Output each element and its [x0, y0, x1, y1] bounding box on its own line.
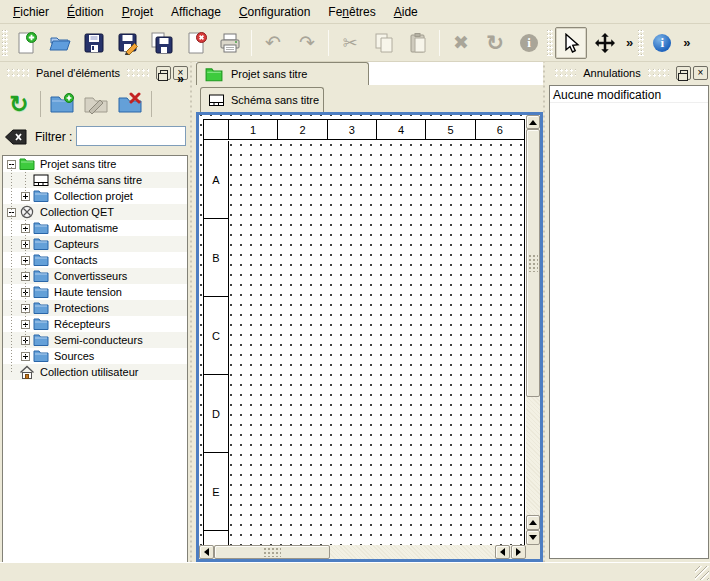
info-icon: i [520, 34, 538, 52]
tree-item-schema-sans-titre[interactable]: Schéma sans titre [3, 172, 187, 188]
undo-history-list: Aucune modification [549, 85, 709, 559]
tree-item-capteurs[interactable]: Capteurs [3, 236, 187, 252]
scroll-left-button[interactable] [495, 545, 510, 559]
scroll-up-button[interactable] [526, 515, 540, 530]
close-panel-button[interactable]: × [693, 66, 708, 80]
redo-button[interactable]: ↷ [291, 27, 323, 59]
close-file-button[interactable] [180, 27, 212, 59]
toolbar-drag-handle[interactable] [638, 30, 644, 56]
row-header: A [204, 141, 228, 219]
pointer-icon [561, 33, 581, 53]
panel-toolbar-overflow-button[interactable]: » [177, 72, 184, 86]
delete-category-button[interactable] [114, 88, 146, 120]
folder-icon [33, 301, 49, 315]
toolbar-overflow-button[interactable]: » [623, 35, 636, 50]
menu-fenetres[interactable]: Fenêtres [319, 2, 384, 22]
tree-item-haute-tension[interactable]: Haute tension [3, 284, 187, 300]
tree-item-collection-projet[interactable]: Collection projet [3, 188, 187, 204]
tree-item-automatisme[interactable]: Automatisme [3, 220, 187, 236]
row-headers: A B C D E [204, 141, 229, 545]
tree-item-collection-qet[interactable]: Collection QET [3, 204, 187, 220]
undo-list-item[interactable]: Aucune modification [550, 86, 708, 103]
menu-fichier[interactable]: Fichier [4, 2, 58, 22]
filter-label: Filtrer : [35, 130, 72, 144]
scroll-left-button[interactable] [199, 545, 214, 559]
tree-item-projet-sans-titre[interactable]: Projet sans titre [3, 156, 187, 172]
menu-projet[interactable]: Projet [113, 2, 162, 22]
print-icon [218, 31, 242, 55]
save-as-button[interactable] [112, 27, 144, 59]
splitter-left[interactable] [190, 62, 195, 562]
about-button[interactable]: i [646, 27, 678, 59]
tab-projet-sans-titre[interactable]: Projet sans titre [196, 62, 369, 85]
vertical-scrollbar[interactable] [526, 115, 540, 545]
workspace: Projet sans titre Schéma sans titre 1 2 … [196, 62, 543, 562]
toolbar-drag-handle[interactable] [2, 30, 8, 56]
folder-icon [33, 221, 49, 235]
paste-button[interactable] [402, 27, 434, 59]
save-icon [82, 31, 106, 55]
copy-button[interactable] [368, 27, 400, 59]
toolbar-overflow-button[interactable]: » [680, 35, 693, 50]
elements-panel-titlebar[interactable]: Panel d'éléments × [0, 62, 190, 84]
folder-icon [33, 253, 49, 267]
open-button[interactable] [44, 27, 76, 59]
save-all-button[interactable] [146, 27, 178, 59]
diagram-view: 1 2 3 4 5 6 A B C D E [196, 112, 543, 562]
qet-collection-icon [19, 205, 35, 219]
tree-item-collection-utilisateur[interactable]: Collection utilisateur [3, 364, 187, 380]
toolbar-separator [328, 30, 329, 56]
row-header: D [204, 375, 228, 453]
menu-affichage[interactable]: Affichage [162, 2, 230, 22]
main-toolbar: ↶ ↷ ✂ ✖ ↻ i » [0, 24, 710, 62]
row-header: B [204, 219, 228, 297]
undo-button[interactable]: ↶ [257, 27, 289, 59]
tree-item-sources[interactable]: Sources [3, 348, 187, 364]
move-mode-button[interactable] [589, 27, 621, 59]
folder-icon [33, 317, 49, 331]
new-category-button[interactable] [46, 88, 78, 120]
edit-folder-icon [83, 92, 109, 116]
edit-category-button[interactable] [80, 88, 112, 120]
project-tab-bar: Projet sans titre [196, 62, 543, 85]
filter-input[interactable] [76, 126, 186, 146]
menu-edition[interactable]: Édition [58, 2, 113, 22]
folder-icon [33, 285, 49, 299]
scroll-up-button[interactable] [526, 115, 540, 129]
tree-item-contacts[interactable]: Contacts [3, 252, 187, 268]
column-header: 5 [426, 120, 475, 139]
menu-configuration[interactable]: Configuration [230, 2, 319, 22]
save-button[interactable] [78, 27, 110, 59]
menu-aide[interactable]: Aide [385, 2, 427, 22]
tree-item-semi-conducteurs[interactable]: Semi-conducteurs [3, 332, 187, 348]
print-button[interactable] [214, 27, 246, 59]
selection-mode-button[interactable] [555, 27, 587, 59]
float-panel-button[interactable] [676, 66, 691, 80]
tree-item-convertisseurs[interactable]: Convertisseurs [3, 268, 187, 284]
horizontal-scrollbar[interactable] [199, 545, 526, 559]
element-infos-button[interactable]: i [513, 27, 545, 59]
float-panel-button[interactable] [156, 66, 171, 80]
rotate-button[interactable]: ↻ [479, 27, 511, 59]
vertical-scroll-thumb[interactable] [526, 129, 540, 397]
tree-item-recepteurs[interactable]: Récepteurs [3, 316, 187, 332]
clear-filter-button[interactable] [4, 128, 27, 146]
row-header: E [204, 453, 228, 531]
window-resize-grip[interactable] [695, 566, 709, 580]
folder-icon [33, 333, 49, 347]
float-icon [160, 70, 168, 77]
new-document-button[interactable] [10, 27, 42, 59]
cut-button[interactable]: ✂ [334, 27, 366, 59]
tree-item-protections[interactable]: Protections [3, 300, 187, 316]
diagram-canvas[interactable]: 1 2 3 4 5 6 A B C D E [199, 115, 540, 559]
tab-schema-sans-titre[interactable]: Schéma sans titre [200, 87, 324, 112]
delete-button[interactable]: ✖ [445, 27, 477, 59]
horizontal-scroll-thumb[interactable] [214, 545, 330, 559]
scroll-down-button[interactable] [526, 530, 540, 545]
toolbar-drag-handle[interactable] [547, 30, 553, 56]
undo-panel-titlebar[interactable]: Annulations × [548, 62, 710, 84]
undo-panel: Annulations × Aucune modification [548, 62, 710, 562]
scroll-right-button[interactable] [511, 545, 526, 559]
reload-collections-button[interactable]: ↻ [3, 88, 35, 120]
filter-row: Filtrer : [0, 124, 190, 150]
